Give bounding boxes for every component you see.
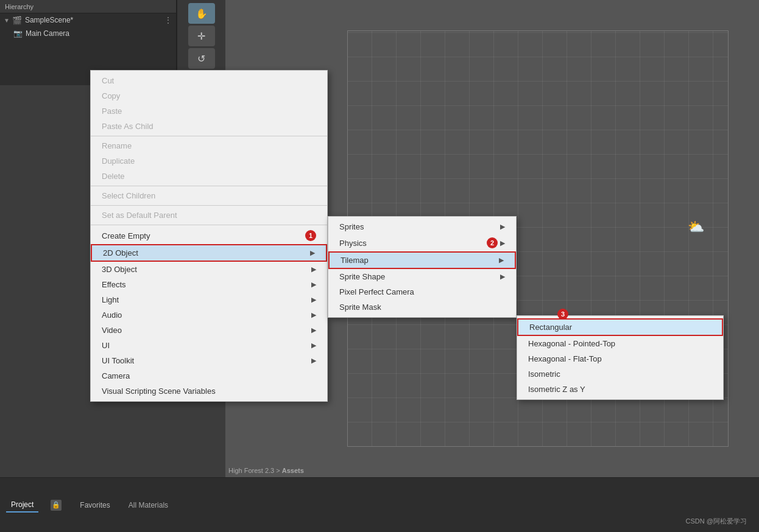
menu-item-3d-object-label: 3D Object — [102, 265, 137, 274]
menu-item-video[interactable]: Video ▶ — [91, 323, 327, 338]
menu-item-select-children[interactable]: Select Children — [91, 188, 327, 203]
menu-item-sprite-shape[interactable]: Sprite Shape ▶ — [328, 269, 516, 284]
menu-item-duplicate[interactable]: Duplicate — [91, 153, 327, 169]
menu-item-create-empty[interactable]: Create Empty 1 — [91, 227, 327, 244]
all-materials-label[interactable]: All Materials — [129, 501, 168, 509]
menu-item-audio-label: Audio — [102, 310, 122, 320]
menu-item-create-empty-label: Create Empty — [102, 231, 150, 240]
submenu-tilemap: 3 Rectangular Hexagonal - Pointed-Top He… — [517, 315, 724, 400]
menu-item-set-default-parent-label: Set as Default Parent — [102, 211, 177, 220]
cloud-icon: ⛅ — [688, 219, 704, 235]
breadcrumb-assets: Assets — [282, 467, 304, 474]
menu-item-sprite-mask[interactable]: Sprite Mask — [328, 299, 516, 315]
arrow-ui-toolkit: ▶ — [311, 357, 316, 365]
menu-item-ui-toolkit[interactable]: UI Toolkit ▶ — [91, 353, 327, 368]
menu-item-sprite-mask-label: Sprite Mask — [339, 303, 381, 312]
separator-2 — [91, 186, 327, 186]
attribution: CSDN @阿松爱学习 — [686, 517, 747, 526]
scene-icon: 🎬 — [12, 16, 22, 25]
separator-4 — [91, 225, 327, 225]
scene-row[interactable]: ▼ 🎬 SampleScene* ⋮ — [0, 13, 176, 27]
arrow-light: ▶ — [311, 296, 316, 304]
menu-item-sprite-shape-label: Sprite Shape — [339, 272, 385, 281]
menu-item-hexagonal-flat[interactable]: Hexagonal - Flat-Top — [517, 351, 723, 366]
menu-item-2d-object[interactable]: 2D Object ▶ — [91, 244, 327, 262]
menu-item-light-label: Light — [102, 295, 119, 304]
breadcrumb-text: High Forest 2.3 > — [228, 467, 282, 474]
menu-item-copy-label: Copy — [102, 91, 120, 100]
menu-item-cut[interactable]: Cut — [91, 73, 327, 88]
panel-lock-icon[interactable]: 🔒 — [51, 500, 62, 511]
menu-item-physics[interactable]: Physics 2 ▶ — [328, 234, 516, 251]
menu-item-visual-scripting[interactable]: Visual Scripting Scene Variables — [91, 383, 327, 399]
menu-item-hexagonal-pointed[interactable]: Hexagonal - Pointed-Top — [517, 336, 723, 351]
separator-3 — [91, 205, 327, 206]
scene-name[interactable]: SampleScene* — [25, 16, 73, 24]
camera-row[interactable]: 📷 Main Camera — [0, 27, 176, 40]
breadcrumb: High Forest 2.3 > Assets — [228, 467, 304, 474]
arrow-2d-object: ▶ — [310, 249, 315, 257]
menu-item-ui-label: UI — [102, 341, 110, 350]
menu-item-rename-label: Rename — [102, 141, 132, 150]
menu-item-3d-object[interactable]: 3D Object ▶ — [91, 262, 327, 277]
badge-2: 2 — [487, 237, 498, 248]
submenu-2d-object: Sprites ▶ Physics 2 ▶ Tilemap ▶ Sprite S… — [328, 216, 517, 318]
menu-item-isometric-z-label: Isometric Z as Y — [528, 385, 585, 394]
context-menu: Cut Copy Paste Paste As Child Rename Dup… — [90, 70, 328, 402]
menu-item-camera[interactable]: Camera — [91, 368, 327, 383]
menu-item-effects-label: Effects — [102, 280, 126, 289]
arrow-audio: ▶ — [311, 311, 316, 319]
menu-item-tilemap[interactable]: Tilemap ▶ — [328, 251, 516, 269]
camera-name[interactable]: Main Camera — [26, 29, 69, 38]
arrow-sprites: ▶ — [500, 223, 505, 231]
menu-item-video-label: Video — [102, 326, 122, 335]
bottom-panel: Project 🔒 Favorites All Materials — [0, 477, 759, 532]
menu-item-rectangular[interactable]: Rectangular — [517, 318, 723, 336]
menu-item-pixel-perfect-camera[interactable]: Pixel Perfect Camera — [328, 284, 516, 299]
menu-item-paste-as-child-label: Paste As Child — [102, 122, 154, 131]
rotate-tool-button[interactable]: ↺ — [188, 48, 215, 69]
menu-item-paste-as-child[interactable]: Paste As Child — [91, 119, 327, 134]
menu-item-hexagonal-pointed-label: Hexagonal - Pointed-Top — [528, 339, 615, 348]
menu-item-paste[interactable]: Paste — [91, 103, 327, 119]
menu-item-isometric-label: Isometric — [528, 369, 560, 379]
menu-item-ui-toolkit-label: UI Toolkit — [102, 356, 134, 365]
move-tool-button[interactable]: ✛ — [188, 26, 215, 46]
menu-item-light[interactable]: Light ▶ — [91, 292, 327, 307]
arrow-tilemap: ▶ — [499, 256, 504, 264]
hierarchy-header: Hierarchy — [0, 0, 176, 13]
arrow-physics: ▶ — [500, 239, 505, 247]
menu-item-tilemap-label: Tilemap — [341, 256, 369, 265]
menu-item-isometric[interactable]: Isometric — [517, 366, 723, 382]
favorites-label[interactable]: Favorites — [80, 501, 110, 509]
menu-item-delete-label: Delete — [102, 172, 125, 181]
menu-item-copy[interactable]: Copy — [91, 88, 327, 103]
menu-item-rename[interactable]: Rename — [91, 138, 327, 153]
arrow-ui: ▶ — [311, 341, 316, 349]
project-tab[interactable]: Project — [6, 498, 38, 513]
separator-1 — [91, 136, 327, 136]
menu-item-set-default-parent[interactable]: Set as Default Parent — [91, 208, 327, 223]
menu-item-paste-label: Paste — [102, 107, 122, 116]
menu-item-cut-label: Cut — [102, 76, 114, 85]
menu-item-effects[interactable]: Effects ▶ — [91, 277, 327, 292]
hand-tool-button[interactable]: ✋ — [188, 3, 215, 24]
camera-icon: 📷 — [13, 29, 23, 38]
menu-item-camera-label: Camera — [102, 371, 130, 380]
arrow-sprite-shape: ▶ — [500, 273, 505, 281]
scene-menu-icon[interactable]: ⋮ — [164, 15, 172, 25]
menu-item-visual-scripting-label: Visual Scripting Scene Variables — [102, 387, 216, 396]
menu-item-delete[interactable]: Delete — [91, 169, 327, 184]
menu-item-ui[interactable]: UI ▶ — [91, 338, 327, 353]
arrow-effects: ▶ — [311, 281, 316, 289]
menu-item-physics-label: Physics — [339, 239, 367, 248]
arrow-video: ▶ — [311, 326, 316, 334]
menu-item-hexagonal-flat-label: Hexagonal - Flat-Top — [528, 354, 602, 363]
badge-1: 1 — [305, 230, 316, 241]
menu-item-audio[interactable]: Audio ▶ — [91, 307, 327, 323]
menu-item-isometric-z[interactable]: Isometric Z as Y — [517, 382, 723, 397]
menu-item-rectangular-label: Rectangular — [529, 323, 572, 332]
hierarchy-label: Hierarchy — [5, 3, 34, 10]
menu-item-sprites[interactable]: Sprites ▶ — [328, 219, 516, 234]
menu-item-duplicate-label: Duplicate — [102, 156, 135, 166]
